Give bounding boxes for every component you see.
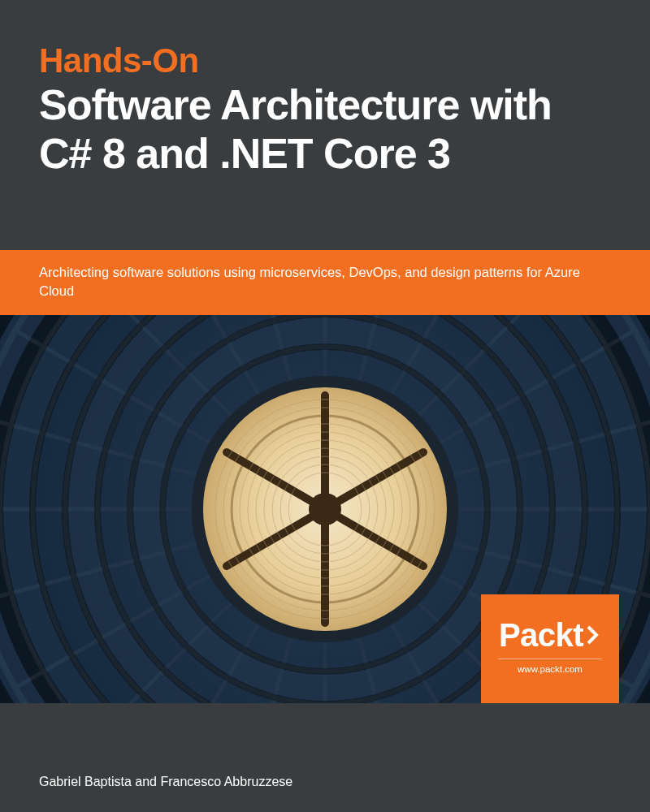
subtitle-text: Architecting software solutions using mi… — [39, 263, 611, 300]
cover-image: Packt www.packt.com — [0, 315, 650, 703]
subtitle-band: Architecting software solutions using mi… — [0, 250, 650, 315]
svg-point-50 — [309, 493, 341, 525]
book-cover: Hands-On Software Architecture with C# 8… — [0, 0, 650, 812]
title-main: Software Architecture with C# 8 and .NET… — [39, 81, 611, 179]
title-prefix: Hands-On — [39, 42, 611, 80]
authors-text: Gabriel Baptista and Francesco Abbruzzes… — [39, 775, 611, 789]
publisher-name-text: Packt — [499, 617, 583, 654]
publisher-url: www.packt.com — [498, 659, 602, 674]
chevron-right-icon — [585, 617, 601, 654]
footer: Gabriel Baptista and Francesco Abbruzzes… — [0, 757, 650, 812]
title-block: Hands-On Software Architecture with C# 8… — [0, 0, 650, 179]
publisher-logo: Packt — [499, 617, 601, 654]
publisher-badge: Packt www.packt.com — [481, 594, 619, 703]
